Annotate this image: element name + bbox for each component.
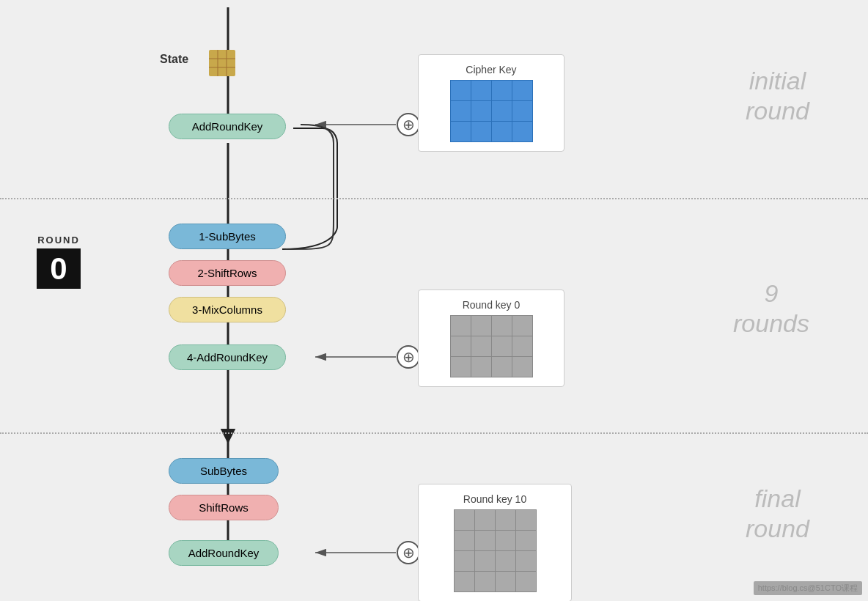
initial-add-round-key: AddRoundKey: [169, 114, 286, 139]
xor-initial: ⊕: [397, 113, 420, 136]
final-sub-bytes-pill: SubBytes: [169, 458, 279, 484]
shift-rows-pill: 2-ShiftRows: [169, 260, 286, 286]
cipher-key-title: Cipher Key: [429, 64, 553, 75]
watermark: https://blog.cs@51CTO课程: [754, 581, 862, 595]
cipher-key-box: Cipher Key: [418, 54, 564, 152]
section-label-middle: 9rounds: [733, 279, 809, 339]
divider-1: [0, 198, 868, 199]
state-label: State: [160, 53, 188, 66]
round-key-10-grid: [454, 509, 537, 592]
round-key-0-box: Round key 0: [418, 290, 564, 387]
mix-columns-pill: 3-MixColumns: [169, 297, 286, 322]
round-key-0-grid: [450, 315, 533, 377]
cipher-key-grid: [450, 80, 533, 142]
final-shift-rows-pill: ShiftRows: [169, 495, 279, 520]
state-grid-icon: [209, 50, 235, 79]
middle-add-round-key-pill: 4-AddRoundKey: [169, 344, 286, 370]
section-label-initial: initialround: [746, 66, 809, 126]
xor-final: ⊕: [397, 541, 420, 564]
round-label: ROUND: [37, 235, 81, 246]
round-key-0-title: Round key 0: [429, 299, 553, 311]
round-key-10-title: Round key 10: [429, 493, 561, 505]
section-label-final: finalround: [746, 484, 809, 544]
sub-bytes-pill: 1-SubBytes: [169, 224, 286, 249]
xor-middle: ⊕: [397, 345, 420, 369]
final-add-round-key-pill: AddRoundKey: [169, 540, 279, 566]
round-indicator: ROUND 0: [37, 235, 81, 289]
round-key-10-box: Round key 10: [418, 484, 572, 601]
divider-2: [0, 432, 868, 434]
svg-rect-16: [209, 50, 235, 76]
diagram-container: State AddRoundKey ⊕ Cipher Key: [0, 0, 868, 601]
round-number: 0: [37, 248, 81, 289]
